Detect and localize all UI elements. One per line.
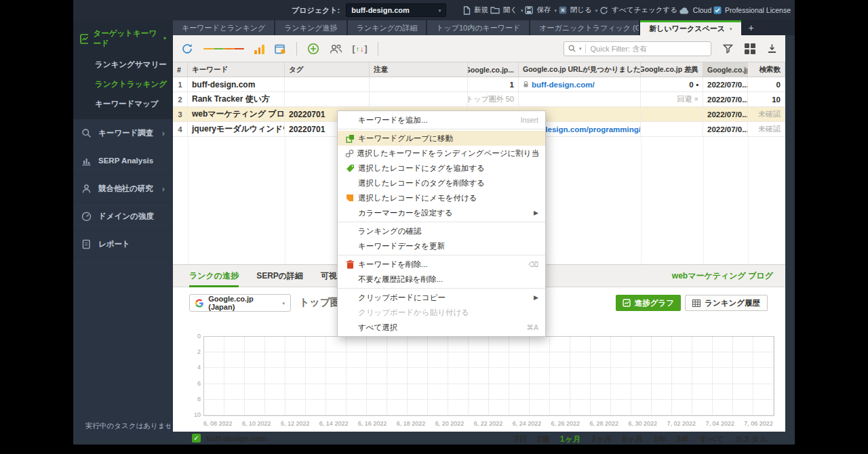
tab-rank-progress[interactable]: ランクの進捗 — [189, 265, 239, 287]
menu-item-select-all[interactable]: すべて選択 ⌘A — [338, 320, 545, 335]
sidebar-item-ranking-summary[interactable]: ランキングサマリー — [73, 55, 173, 75]
sidebar-item-keyword-research[interactable]: キーワード調査 › — [73, 119, 173, 147]
menu-item-assign-landing-page[interactable]: 選択したキーワードをランディングページに割り当てる — [338, 146, 545, 161]
close-button[interactable]: 閉じる ▾ — [559, 5, 598, 15]
search-engine-selector[interactable]: Google.co.jp (Japan) ▾ — [189, 294, 291, 312]
view-toggle-buttons: 進捗グラフ ランキング履歴 — [616, 295, 768, 311]
cell-difference[interactable]: 回避 × — [641, 92, 703, 106]
cell-search-volume: 未確認 — [748, 122, 785, 136]
schedule-icon[interactable] — [275, 43, 286, 54]
column-header-difference[interactable]: Google.co.jp 差異 — [641, 62, 703, 77]
project-selector[interactable]: buff-design.com ▾ — [346, 3, 446, 17]
menu-item-delete-history[interactable]: 不要な履歴記録を削除... — [338, 272, 545, 287]
range-2w[interactable]: 2週 — [537, 434, 550, 445]
result-url-link[interactable]: buff-design.com/ — [532, 81, 595, 89]
menu-item-check-rankings[interactable]: ランキングの確認 — [338, 224, 545, 239]
menu-item-delete-keywords[interactable]: キーワードを削除... ⌫ — [338, 257, 545, 272]
divider — [585, 44, 586, 54]
tab-serp-details[interactable]: SERPの詳細 — [256, 265, 303, 287]
cell-difference — [641, 122, 703, 136]
column-header-url-found[interactable]: Google.co.jp URLが見つかりました — [519, 62, 641, 77]
cloud-button-label: Cloud — [693, 6, 711, 14]
table-row[interactable]: 1 buff-design.com 1 buff-design.com/ 0 ▪… — [173, 77, 785, 92]
sidebar-item-rank-tracking[interactable]: ランクトラッキング — [73, 75, 173, 94]
range-3y[interactable]: 3年 — [676, 434, 689, 445]
sidebar-item-reports[interactable]: レポート — [73, 230, 173, 258]
column-header-date-sorted[interactable]: Google.co.jp... ▲ — [703, 62, 748, 77]
range-all[interactable]: すべて — [699, 434, 724, 445]
menu-shortcut: ⌘A — [519, 323, 538, 331]
menu-item-add-tags[interactable]: 選択したレコードにタグを追加する — [338, 161, 545, 176]
columns-layout-icon[interactable] — [745, 43, 755, 54]
table-row[interactable]: 2 Rank Tracker 使い方 トップ圏外 50 回避 × 2022/07… — [173, 92, 785, 107]
new-button[interactable]: 新規 — [462, 5, 488, 15]
sidebar-item-competitor-research[interactable]: 競合他社の研究 › — [73, 175, 173, 203]
quick-filter-input[interactable] — [589, 44, 707, 54]
menu-item-remove-tags[interactable]: 選択したレコードのタグを削除する — [338, 176, 545, 190]
x-axis-tick: 6, 18 2022 — [397, 420, 426, 427]
column-header-rank[interactable]: Google.co.jp... — [468, 62, 519, 77]
refresh-rankings-icon[interactable] — [181, 43, 193, 55]
tab-keywords-rankings[interactable]: キーワードとランキング — [173, 20, 274, 35]
cell-rank: 1 — [468, 77, 519, 91]
engine-selector-value: Google.co.jp (Japan) — [208, 295, 277, 311]
range-6m[interactable]: 6ヶ月 — [623, 434, 644, 445]
progress-graph-button[interactable]: 進捗グラフ — [616, 295, 681, 311]
license-button[interactable]: Professional License — [713, 6, 791, 14]
open-button[interactable]: 開く ▾ — [490, 5, 524, 15]
add-workspace-button[interactable]: + — [743, 20, 760, 35]
ranking-history-button[interactable]: ランキング履歴 — [685, 295, 768, 311]
sidebar-item-label: キーワード調査 — [98, 128, 153, 138]
tab-top10-keywords[interactable]: トップ10内のキーワード — [427, 20, 529, 35]
add-keyword-icon[interactable] — [307, 43, 319, 55]
column-header-notes[interactable]: 注意 — [370, 62, 468, 77]
menu-item-copy-to-clipboard[interactable]: クリップボードにコピー ▶ — [338, 290, 545, 305]
license-checkbox-icon — [713, 6, 722, 14]
cloud-button[interactable]: Cloud — [679, 6, 711, 14]
menu-item-label: カラーマーカーを設定する — [358, 208, 453, 218]
competitors-icon[interactable] — [330, 43, 342, 54]
menu-item-move-to-group[interactable]: キーワードグループに移動 — [338, 131, 545, 146]
column-header-keyword[interactable]: キーワード — [188, 62, 285, 77]
tab-organic-traffic[interactable]: オーガニックトラフィック (Google A... — [530, 20, 639, 35]
sidebar-item-domain-strength[interactable]: ドメインの強度 — [73, 203, 173, 230]
tab-new-workspace[interactable]: 新しいワークスペース ▾ — [640, 20, 741, 35]
tab-ranking-progress[interactable]: ランキング進捗 — [275, 20, 346, 35]
check-all-button[interactable]: すべてチェックする — [599, 5, 677, 15]
menu-item-add-keyword[interactable]: キーワードを追加... Insert — [338, 112, 545, 127]
filter-icon[interactable] — [723, 44, 733, 54]
range-7d[interactable]: 7日 — [514, 434, 527, 445]
column-header-index[interactable]: # — [173, 62, 188, 77]
submenu-arrow-icon: ▶ — [534, 209, 538, 216]
report-icon — [81, 239, 92, 249]
menu-item-set-color-marker[interactable]: カラーマーカーを設定する ▶ — [338, 205, 545, 220]
range-custom[interactable]: カスタム — [734, 434, 768, 445]
range-1y[interactable]: 1年 — [654, 434, 667, 445]
move-group-icon — [343, 134, 357, 143]
range-3m[interactable]: 3ヶ月 — [591, 434, 612, 445]
sidebar-item-keyword-map[interactable]: キーワードマップ — [73, 94, 173, 114]
sidebar-item-target-keywords[interactable]: ターゲットキーワード ▾ — [73, 23, 173, 55]
quick-filter-box[interactable]: ▾ — [564, 41, 711, 56]
column-header-tags[interactable]: タグ — [285, 62, 370, 77]
x-axis-tick: 6, 28 2022 — [590, 420, 619, 427]
menu-item-update-keyword-data[interactable]: キーワードデータを更新 — [338, 239, 545, 253]
cell-url[interactable]: buff-design.com/ — [519, 77, 641, 91]
legend-checkbox[interactable]: ✓ — [192, 434, 201, 442]
x-axis-tick: 7, 04 2022 — [705, 420, 734, 427]
range-1m[interactable]: 1ヶ月 — [560, 434, 581, 445]
download-icon[interactable] — [767, 43, 777, 54]
import-export-icon[interactable]: [↑↓] — [353, 44, 368, 54]
gauge-icon — [81, 211, 92, 222]
cell-index: 2 — [173, 92, 188, 106]
toolbar-divider — [378, 42, 378, 56]
sidebar-item-serp-analysis[interactable]: SERP Analysis — [73, 147, 173, 175]
search-icon — [568, 45, 576, 52]
menu-item-add-note[interactable]: 選択したレコードにメモを付ける — [338, 190, 545, 205]
chevron-down-icon: ▾ — [521, 8, 524, 13]
save-button[interactable]: 保存 ▾ — [525, 5, 557, 15]
tab-ranking-details[interactable]: ランキングの詳細 — [348, 20, 427, 35]
column-header-search-volume[interactable]: 検索数 — [748, 62, 785, 77]
ranking-data-icon[interactable] — [254, 43, 264, 54]
keyword-groups-icon[interactable] — [203, 47, 244, 50]
